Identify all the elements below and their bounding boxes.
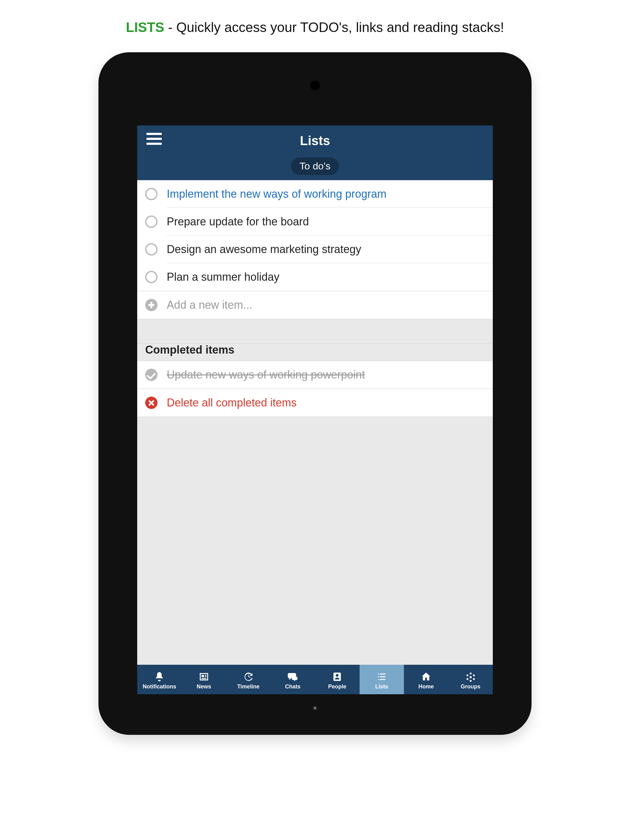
add-item-placeholder: Add a new item... bbox=[167, 298, 252, 311]
history-icon bbox=[242, 671, 255, 683]
groups-icon bbox=[464, 671, 477, 683]
unchecked-circle-icon[interactable] bbox=[145, 271, 157, 283]
nav-label: News bbox=[196, 684, 211, 690]
page-title: Lists bbox=[137, 133, 493, 148]
svg-point-1 bbox=[466, 674, 468, 676]
nav-label: Lists bbox=[375, 684, 388, 690]
bell-icon bbox=[153, 671, 166, 683]
unchecked-circle-icon[interactable] bbox=[145, 188, 157, 200]
add-item-row[interactable]: Add a new item... bbox=[137, 291, 493, 319]
nav-groups[interactable]: Groups bbox=[448, 665, 493, 694]
home-icon bbox=[420, 671, 432, 683]
todo-list: Implement the new ways of working progra… bbox=[137, 180, 493, 319]
marketing-heading: LISTS - Quickly access your TODO's, link… bbox=[0, 20, 630, 35]
marketing-highlight: LISTS bbox=[126, 20, 164, 35]
completed-list: Update new ways of working powerpoint De… bbox=[137, 361, 493, 417]
filter-pill[interactable]: To do's bbox=[291, 158, 339, 175]
tablet-home-indicator bbox=[313, 706, 317, 710]
bottom-nav: Notifications News Timeline bbox=[137, 665, 493, 694]
delete-completed-button[interactable]: Delete all completed items bbox=[137, 389, 493, 417]
newspaper-icon bbox=[198, 671, 210, 683]
todo-item-label: Implement the new ways of working progra… bbox=[167, 188, 386, 201]
nav-label: People bbox=[328, 684, 347, 690]
todo-item[interactable]: Design an awesome marketing strategy bbox=[137, 235, 493, 263]
svg-point-6 bbox=[469, 676, 472, 678]
svg-point-3 bbox=[466, 678, 468, 680]
tablet-frame: Lists To do's Implement the new ways of … bbox=[98, 52, 532, 735]
todo-item-label: Plan a summer holiday bbox=[167, 271, 279, 284]
nav-people[interactable]: People bbox=[315, 665, 359, 694]
nav-label: Chats bbox=[285, 684, 301, 690]
nav-lists[interactable]: Lists bbox=[359, 665, 404, 694]
nav-timeline[interactable]: Timeline bbox=[226, 665, 271, 694]
nav-notifications[interactable]: Notifications bbox=[137, 665, 182, 694]
delete-completed-label: Delete all completed items bbox=[167, 396, 296, 409]
svg-point-0 bbox=[470, 673, 472, 674]
list-icon bbox=[375, 671, 388, 683]
plus-icon[interactable] bbox=[145, 299, 157, 311]
todo-item[interactable]: Plan a summer holiday bbox=[137, 263, 493, 291]
nav-label: Home bbox=[418, 684, 434, 690]
marketing-rest: - Quickly access your TODO's, links and … bbox=[164, 20, 504, 35]
nav-news[interactable]: News bbox=[182, 665, 226, 694]
todo-item[interactable]: Prepare update for the board bbox=[137, 208, 493, 235]
completed-item-label: Update new ways of working powerpoint bbox=[167, 368, 365, 381]
tablet-camera bbox=[310, 81, 320, 90]
nav-chats[interactable]: Chats bbox=[271, 665, 315, 694]
checkmark-icon[interactable] bbox=[145, 369, 157, 381]
section-gap bbox=[137, 319, 493, 343]
app-header: Lists To do's bbox=[137, 125, 493, 180]
chat-icon bbox=[287, 671, 299, 683]
nav-label: Notifications bbox=[143, 684, 176, 690]
todo-item-label: Design an awesome marketing strategy bbox=[167, 243, 361, 256]
person-card-icon bbox=[331, 671, 343, 683]
svg-point-5 bbox=[470, 680, 472, 682]
svg-point-2 bbox=[473, 674, 475, 676]
completed-item[interactable]: Update new ways of working powerpoint bbox=[137, 361, 493, 388]
app-screen: Lists To do's Implement the new ways of … bbox=[137, 125, 493, 694]
unchecked-circle-icon[interactable] bbox=[145, 243, 157, 256]
completed-section-header: Completed items bbox=[137, 343, 493, 361]
close-icon bbox=[145, 396, 157, 409]
unchecked-circle-icon[interactable] bbox=[145, 216, 157, 228]
nav-label: Groups bbox=[461, 684, 481, 690]
svg-point-4 bbox=[473, 678, 475, 680]
todo-item-label: Prepare update for the board bbox=[167, 215, 309, 228]
nav-home[interactable]: Home bbox=[404, 665, 448, 694]
nav-label: Timeline bbox=[237, 684, 260, 690]
todo-item[interactable]: Implement the new ways of working progra… bbox=[137, 180, 493, 208]
